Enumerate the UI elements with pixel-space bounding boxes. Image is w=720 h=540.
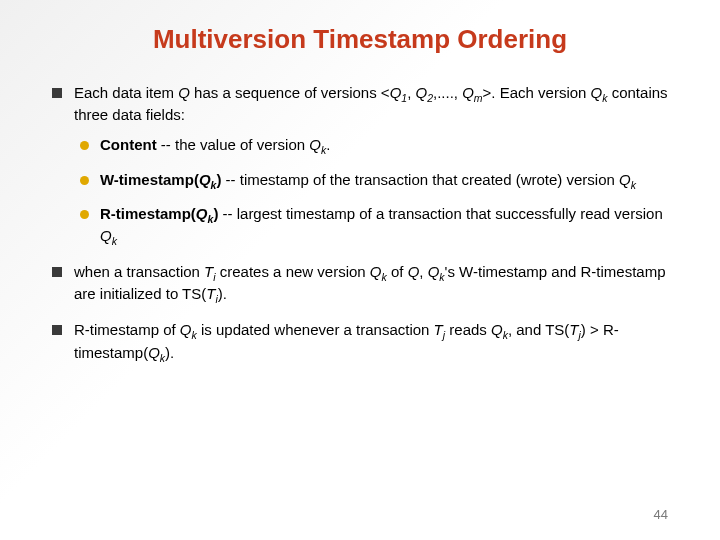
text: reads	[445, 321, 491, 338]
text: R-timestamp of	[74, 321, 180, 338]
text: ).	[218, 285, 227, 302]
text: ,	[419, 263, 427, 280]
bullet-1: Each data item Q has a sequence of versi…	[48, 83, 672, 248]
var-q: Q	[180, 321, 192, 338]
label-rts: R-timestamp	[100, 205, 191, 222]
sub-bullet-list: Content -- the value of version Qk. W-ti…	[74, 135, 672, 248]
var-q: Q	[370, 263, 382, 280]
text: creates a new version	[216, 263, 370, 280]
var-q: Q	[619, 171, 631, 188]
var-q: Q	[309, 136, 321, 153]
text: of	[387, 263, 408, 280]
var-q: Q	[100, 227, 112, 244]
page-number: 44	[654, 507, 668, 522]
sub-k: k	[112, 235, 117, 247]
bullet-3: R-timestamp of Qk is updated whenever a …	[48, 320, 672, 364]
label-content: Content	[100, 136, 157, 153]
var-q: Q	[178, 84, 190, 101]
text: when a transaction	[74, 263, 204, 280]
slide-title: Multiversion Timestamp Ordering	[48, 24, 672, 55]
var-q: Q	[428, 263, 440, 280]
var-t: T	[569, 321, 578, 338]
var-q1: Q	[390, 84, 402, 101]
var-q: Q	[199, 171, 211, 188]
var-q: Q	[196, 205, 208, 222]
text: , and TS(	[508, 321, 569, 338]
text: .	[326, 136, 330, 153]
var-q: Q	[491, 321, 503, 338]
text: ).	[165, 344, 174, 361]
bullet-1c: R-timestamp(Qk) -- largest timestamp of …	[74, 204, 672, 248]
sub-m: m	[474, 92, 483, 104]
bullet-1b: W-timestamp(Qk) -- timestamp of the tran…	[74, 170, 672, 192]
var-q: Q	[408, 263, 420, 280]
text: ,....,	[433, 84, 462, 101]
text: >. Each version	[483, 84, 591, 101]
text: -- timestamp of the transaction that cre…	[221, 171, 619, 188]
text: -- the value of version	[157, 136, 310, 153]
var-qk: Q	[591, 84, 603, 101]
var-t: T	[204, 263, 213, 280]
text: -- largest timestamp of a transaction th…	[218, 205, 662, 222]
text: is updated whenever a transaction	[197, 321, 434, 338]
bullet-1a: Content -- the value of version Qk.	[74, 135, 672, 157]
label-wts: W-timestamp	[100, 171, 194, 188]
bullet-2: when a transaction Ti creates a new vers…	[48, 262, 672, 306]
text: has a sequence of versions <	[190, 84, 390, 101]
slide: Multiversion Timestamp Ordering Each dat…	[0, 0, 720, 540]
bullet-list: Each data item Q has a sequence of versi…	[48, 83, 672, 365]
var-q2: Q	[415, 84, 427, 101]
text: Each data item	[74, 84, 178, 101]
var-q: Q	[148, 344, 160, 361]
sub-k: k	[631, 179, 636, 191]
var-t: T	[434, 321, 443, 338]
var-qm: Q	[462, 84, 474, 101]
